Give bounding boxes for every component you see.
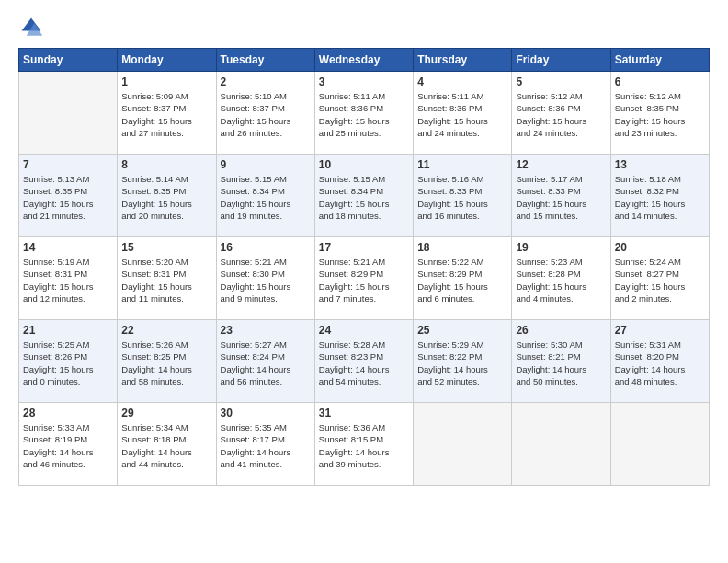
day-info: Sunrise: 5:25 AM Sunset: 8:26 PM Dayligh… <box>23 339 113 387</box>
day-number: 20 <box>615 241 705 254</box>
day-info: Sunrise: 5:29 AM Sunset: 8:22 PM Dayligh… <box>417 339 507 387</box>
header <box>18 15 710 40</box>
calendar-cell: 10Sunrise: 5:15 AM Sunset: 8:34 PM Dayli… <box>314 155 413 237</box>
calendar-cell: 25Sunrise: 5:29 AM Sunset: 8:22 PM Dayli… <box>414 320 512 403</box>
calendar-cell: 18Sunrise: 5:22 AM Sunset: 8:29 PM Dayli… <box>414 237 512 320</box>
calendar-cell: 16Sunrise: 5:21 AM Sunset: 8:30 PM Dayli… <box>216 237 314 320</box>
calendar-cell: 30Sunrise: 5:35 AM Sunset: 8:17 PM Dayli… <box>216 403 314 486</box>
calendar-cell: 21Sunrise: 5:25 AM Sunset: 8:26 PM Dayli… <box>19 320 118 403</box>
logo-icon <box>18 15 44 40</box>
day-info: Sunrise: 5:16 AM Sunset: 8:33 PM Dayligh… <box>417 173 507 222</box>
calendar-cell <box>512 403 610 486</box>
day-info: Sunrise: 5:12 AM Sunset: 8:36 PM Dayligh… <box>516 90 606 139</box>
day-number: 27 <box>615 324 705 337</box>
day-number: 16 <box>221 241 311 254</box>
weekday-header-wednesday: Wednesday <box>314 49 413 72</box>
day-info: Sunrise: 5:35 AM Sunset: 8:17 PM Dayligh… <box>221 421 311 470</box>
day-number: 8 <box>121 158 211 171</box>
calendar-cell: 20Sunrise: 5:24 AM Sunset: 8:27 PM Dayli… <box>610 237 709 320</box>
day-number: 13 <box>615 158 705 171</box>
calendar-cell: 19Sunrise: 5:23 AM Sunset: 8:28 PM Dayli… <box>512 237 610 320</box>
day-number: 2 <box>221 75 311 88</box>
day-info: Sunrise: 5:33 AM Sunset: 8:19 PM Dayligh… <box>23 421 113 470</box>
calendar-cell: 11Sunrise: 5:16 AM Sunset: 8:33 PM Dayli… <box>414 155 512 237</box>
calendar-cell: 31Sunrise: 5:36 AM Sunset: 8:15 PM Dayli… <box>314 403 413 486</box>
day-info: Sunrise: 5:21 AM Sunset: 8:30 PM Dayligh… <box>221 256 311 304</box>
day-number: 23 <box>221 324 311 337</box>
day-number: 24 <box>319 324 409 337</box>
weekday-header-row: SundayMondayTuesdayWednesdayThursdayFrid… <box>19 49 710 72</box>
calendar-cell: 28Sunrise: 5:33 AM Sunset: 8:19 PM Dayli… <box>19 403 118 486</box>
calendar-cell: 12Sunrise: 5:17 AM Sunset: 8:33 PM Dayli… <box>512 155 610 237</box>
calendar-cell: 26Sunrise: 5:30 AM Sunset: 8:21 PM Dayli… <box>512 320 610 403</box>
day-number: 22 <box>121 324 211 337</box>
day-number: 5 <box>516 75 606 88</box>
day-info: Sunrise: 5:27 AM Sunset: 8:24 PM Dayligh… <box>221 339 311 387</box>
day-number: 7 <box>23 158 113 171</box>
calendar-cell: 29Sunrise: 5:34 AM Sunset: 8:18 PM Dayli… <box>118 403 216 486</box>
calendar-cell: 8Sunrise: 5:14 AM Sunset: 8:35 PM Daylig… <box>118 155 216 237</box>
day-info: Sunrise: 5:31 AM Sunset: 8:20 PM Dayligh… <box>615 339 705 387</box>
day-number: 30 <box>221 407 311 419</box>
calendar-cell: 3Sunrise: 5:11 AM Sunset: 8:36 PM Daylig… <box>314 72 413 155</box>
week-row-5: 28Sunrise: 5:33 AM Sunset: 8:19 PM Dayli… <box>19 403 710 486</box>
day-info: Sunrise: 5:23 AM Sunset: 8:28 PM Dayligh… <box>516 256 606 304</box>
day-info: Sunrise: 5:21 AM Sunset: 8:29 PM Dayligh… <box>319 256 409 304</box>
day-number: 25 <box>417 324 507 337</box>
day-info: Sunrise: 5:10 AM Sunset: 8:37 PM Dayligh… <box>221 90 311 139</box>
calendar-cell: 4Sunrise: 5:11 AM Sunset: 8:36 PM Daylig… <box>414 72 512 155</box>
day-info: Sunrise: 5:18 AM Sunset: 8:32 PM Dayligh… <box>615 173 705 222</box>
day-number: 19 <box>516 241 606 254</box>
weekday-header-tuesday: Tuesday <box>216 49 314 72</box>
weekday-header-saturday: Saturday <box>610 49 709 72</box>
day-info: Sunrise: 5:12 AM Sunset: 8:35 PM Dayligh… <box>615 90 705 139</box>
day-info: Sunrise: 5:30 AM Sunset: 8:21 PM Dayligh… <box>516 339 606 387</box>
calendar-table: SundayMondayTuesdayWednesdayThursdayFrid… <box>18 48 710 486</box>
day-info: Sunrise: 5:22 AM Sunset: 8:29 PM Dayligh… <box>417 256 507 304</box>
calendar-cell: 15Sunrise: 5:20 AM Sunset: 8:31 PM Dayli… <box>118 237 216 320</box>
day-info: Sunrise: 5:19 AM Sunset: 8:31 PM Dayligh… <box>23 256 113 304</box>
day-info: Sunrise: 5:13 AM Sunset: 8:35 PM Dayligh… <box>23 173 113 222</box>
day-info: Sunrise: 5:11 AM Sunset: 8:36 PM Dayligh… <box>319 90 409 139</box>
calendar-cell: 5Sunrise: 5:12 AM Sunset: 8:36 PM Daylig… <box>512 72 610 155</box>
week-row-3: 14Sunrise: 5:19 AM Sunset: 8:31 PM Dayli… <box>19 237 710 320</box>
day-number: 28 <box>23 407 113 419</box>
day-number: 15 <box>121 241 211 254</box>
day-info: Sunrise: 5:26 AM Sunset: 8:25 PM Dayligh… <box>121 339 211 387</box>
day-number: 17 <box>319 241 409 254</box>
day-number: 9 <box>221 158 311 171</box>
day-number: 14 <box>23 241 113 254</box>
calendar-cell <box>19 72 118 155</box>
calendar-cell <box>414 403 512 486</box>
day-info: Sunrise: 5:15 AM Sunset: 8:34 PM Dayligh… <box>319 173 409 222</box>
day-info: Sunrise: 5:11 AM Sunset: 8:36 PM Dayligh… <box>417 90 507 139</box>
calendar-cell: 7Sunrise: 5:13 AM Sunset: 8:35 PM Daylig… <box>19 155 118 237</box>
day-number: 21 <box>23 324 113 337</box>
day-number: 3 <box>319 75 409 88</box>
calendar-cell: 13Sunrise: 5:18 AM Sunset: 8:32 PM Dayli… <box>610 155 709 237</box>
week-row-1: 1Sunrise: 5:09 AM Sunset: 8:37 PM Daylig… <box>19 72 710 155</box>
day-info: Sunrise: 5:24 AM Sunset: 8:27 PM Dayligh… <box>615 256 705 304</box>
calendar-cell: 23Sunrise: 5:27 AM Sunset: 8:24 PM Dayli… <box>216 320 314 403</box>
day-info: Sunrise: 5:09 AM Sunset: 8:37 PM Dayligh… <box>121 90 211 139</box>
day-number: 1 <box>121 75 211 88</box>
page: SundayMondayTuesdayWednesdayThursdayFrid… <box>0 0 728 563</box>
calendar-cell: 1Sunrise: 5:09 AM Sunset: 8:37 PM Daylig… <box>118 72 216 155</box>
weekday-header-thursday: Thursday <box>414 49 512 72</box>
calendar-cell: 27Sunrise: 5:31 AM Sunset: 8:20 PM Dayli… <box>610 320 709 403</box>
calendar-cell: 14Sunrise: 5:19 AM Sunset: 8:31 PM Dayli… <box>19 237 118 320</box>
calendar-cell: 9Sunrise: 5:15 AM Sunset: 8:34 PM Daylig… <box>216 155 314 237</box>
weekday-header-sunday: Sunday <box>19 49 118 72</box>
day-info: Sunrise: 5:17 AM Sunset: 8:33 PM Dayligh… <box>516 173 606 222</box>
day-number: 10 <box>319 158 409 171</box>
day-info: Sunrise: 5:15 AM Sunset: 8:34 PM Dayligh… <box>221 173 311 222</box>
day-number: 31 <box>319 407 409 419</box>
day-number: 11 <box>417 158 507 171</box>
calendar-cell <box>610 403 709 486</box>
day-info: Sunrise: 5:28 AM Sunset: 8:23 PM Dayligh… <box>319 339 409 387</box>
day-number: 4 <box>417 75 507 88</box>
calendar-cell: 17Sunrise: 5:21 AM Sunset: 8:29 PM Dayli… <box>314 237 413 320</box>
day-info: Sunrise: 5:20 AM Sunset: 8:31 PM Dayligh… <box>121 256 211 304</box>
weekday-header-monday: Monday <box>118 49 216 72</box>
week-row-4: 21Sunrise: 5:25 AM Sunset: 8:26 PM Dayli… <box>19 320 710 403</box>
